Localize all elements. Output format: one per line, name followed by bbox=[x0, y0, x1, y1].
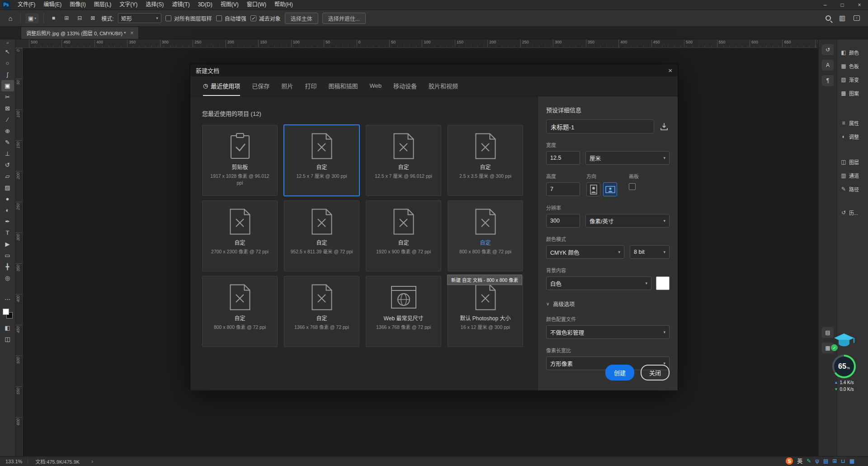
history-brush-tool[interactable]: ↺ bbox=[1, 159, 14, 171]
clone-stamp-tool[interactable]: ⊥ bbox=[1, 148, 14, 159]
dialog-tab[interactable]: ◷ 最近使用项 bbox=[203, 76, 240, 96]
recent-item-card[interactable]: 自定 2.5 x 3.5 厘米 @ 300 ppi bbox=[448, 125, 523, 196]
rectangle-tool[interactable]: ▭ bbox=[1, 250, 14, 261]
panel-channels[interactable]: ▥ 通道 bbox=[837, 169, 868, 182]
eraser-tool[interactable]: ▱ bbox=[1, 171, 14, 182]
advanced-options-toggle[interactable]: ∨ 高级选项 bbox=[546, 300, 670, 308]
sogou-logo-icon[interactable]: S bbox=[786, 457, 793, 465]
menubar-item[interactable]: 窗口(W) bbox=[243, 0, 270, 10]
history-panel-icon[interactable]: ↺ bbox=[822, 44, 834, 55]
optimization-ring[interactable]: 65 % bbox=[832, 355, 856, 378]
menubar-item[interactable]: 滤镜(T) bbox=[168, 0, 193, 10]
toolbar-more-button[interactable]: ⋯ bbox=[1, 294, 14, 305]
recent-item-card[interactable]: 自定 1366 x 768 像素 @ 72 ppi bbox=[284, 276, 359, 347]
options-checkbox[interactable]: ✓ 减去对象 bbox=[250, 14, 281, 22]
selection-mode-icon[interactable]: ⊞ bbox=[62, 14, 71, 23]
save-preset-button[interactable] bbox=[659, 121, 670, 132]
selection-mode-icon[interactable]: ⊟ bbox=[75, 14, 84, 23]
move-tool[interactable]: ↖ bbox=[1, 46, 14, 57]
dialog-tab[interactable]: Web bbox=[369, 76, 382, 96]
quick-mask-button[interactable]: ◧ bbox=[1, 322, 14, 333]
character-panel-icon[interactable]: A bbox=[822, 60, 834, 71]
close-tab-icon[interactable]: × bbox=[130, 30, 133, 36]
options-checkbox[interactable]: 自动增强 bbox=[216, 14, 246, 22]
color-swatches[interactable] bbox=[2, 308, 13, 319]
dialog-tab[interactable]: 移动设备 bbox=[393, 76, 417, 96]
portrait-orientation-button[interactable] bbox=[586, 182, 600, 196]
zoom-level-field[interactable]: 133.1% bbox=[5, 459, 22, 464]
gradient-tool[interactable]: ▨ bbox=[1, 182, 14, 193]
menubar-item[interactable]: 图像(I) bbox=[66, 0, 90, 10]
bit-depth-dropdown[interactable]: 8 bit ▾ bbox=[630, 245, 670, 259]
document-tab[interactable]: 调整后照片.jpg @ 133% (图层 0, CMYK/8#) * × bbox=[21, 27, 139, 39]
recent-item-card[interactable]: Web 最常见尺寸 1366 x 768 像素 @ 72 ppi bbox=[366, 276, 441, 347]
landscape-orientation-button[interactable] bbox=[603, 182, 617, 196]
share-icon[interactable]: ↑ bbox=[854, 15, 860, 21]
recent-item-card[interactable]: 自定 800 x 800 像素 @ 72 ppi bbox=[202, 276, 278, 347]
blur-tool[interactable]: ● bbox=[1, 193, 14, 204]
unit-dropdown[interactable]: 厘米 ▾ bbox=[585, 151, 670, 165]
brush-tool[interactable]: ✎ bbox=[1, 137, 14, 148]
recent-item-card[interactable]: 自定 12.5 x 7 厘米 @ 300 ppi bbox=[284, 125, 359, 196]
options-action-button[interactable]: 选择并遮住... bbox=[322, 13, 366, 24]
width-input[interactable]: 12.5 bbox=[546, 151, 580, 165]
frame-tool[interactable]: ⊠ bbox=[1, 103, 14, 114]
menubar-item[interactable]: 选择(S) bbox=[142, 0, 168, 10]
recent-item-card[interactable]: 自定 952.5 x 811.39 毫米 @ 72 ppi bbox=[284, 200, 359, 271]
recent-item-card[interactable]: 自定 12.5 x 7 厘米 @ 96.012 ppi bbox=[366, 125, 441, 196]
panel-adjustments[interactable]: ◐ 调整 bbox=[837, 130, 868, 143]
menubar-item[interactable]: 视图(V) bbox=[217, 0, 243, 10]
height-input[interactable]: 7 bbox=[546, 182, 580, 196]
object-selection-tool[interactable]: ▣ bbox=[1, 80, 14, 91]
menubar-item[interactable]: 3D(D) bbox=[194, 0, 217, 10]
keyboard-icon[interactable]: ▤ bbox=[823, 458, 828, 464]
mode-dropdown[interactable]: 矩形 ▾ bbox=[118, 13, 161, 23]
zoom-tool[interactable]: ◎ bbox=[1, 272, 14, 284]
workspace-icon[interactable]: ▥ bbox=[837, 14, 847, 22]
type-tool[interactable]: T bbox=[1, 227, 14, 238]
healing-brush-tool[interactable]: ⊕ bbox=[1, 125, 14, 137]
eyedropper-tool[interactable]: ∕ bbox=[1, 114, 14, 125]
panel-layers[interactable]: ◫ 图层 bbox=[837, 155, 868, 169]
menubar-item[interactable]: 编辑(E) bbox=[39, 0, 66, 10]
recent-item-card[interactable]: 自定 1920 x 900 像素 @ 72 ppi bbox=[366, 200, 441, 271]
background-color-swatch[interactable] bbox=[656, 276, 670, 290]
panel-paths[interactable]: ✎ 路径 bbox=[837, 182, 868, 196]
foreground-color-swatch[interactable] bbox=[3, 309, 9, 315]
dialog-close-icon[interactable]: × bbox=[668, 67, 672, 74]
apps-grid-icon[interactable]: ▦ bbox=[849, 458, 854, 464]
panel-patterns[interactable]: ▩ 图案 bbox=[837, 86, 868, 100]
toolbox-icon[interactable]: ⊞ bbox=[832, 458, 837, 464]
handwriting-icon[interactable]: ✎ bbox=[807, 458, 811, 464]
recent-item-card[interactable]: 自定 800 x 800 像素 @ 72 ppi bbox=[448, 200, 523, 271]
marquee-tool[interactable]: ○ bbox=[1, 57, 14, 69]
panel-gradients[interactable]: ▧ 渐变 bbox=[837, 73, 868, 86]
toolbar-expand-icon[interactable]: » bbox=[6, 40, 9, 46]
ime-language-indicator[interactable]: 英 bbox=[797, 457, 802, 465]
recent-item-card[interactable]: 剪贴板 1917 x 1028 像素 @ 96.012 ppi bbox=[202, 125, 278, 196]
search-icon[interactable] bbox=[826, 15, 831, 21]
home-icon[interactable]: ⌂ bbox=[5, 14, 15, 22]
options-checkbox[interactable]: 对所有图层取样 bbox=[165, 14, 212, 22]
maximize-button[interactable]: □ bbox=[834, 0, 851, 10]
resolution-unit-dropdown[interactable]: 像素/英寸 ▾ bbox=[585, 214, 670, 228]
paragraph-panel-icon[interactable]: ¶ bbox=[822, 75, 834, 86]
dodge-tool[interactable]: ◐ bbox=[1, 204, 14, 216]
color-mode-dropdown[interactable]: CMYK 颜色 ▾ bbox=[546, 245, 624, 259]
document-name-field[interactable]: 未标题-1 bbox=[546, 119, 654, 133]
menubar-item[interactable]: 文件(F) bbox=[14, 0, 39, 10]
minimize-button[interactable]: – bbox=[816, 0, 834, 10]
panel-swatches[interactable]: ▦ 色板 bbox=[837, 59, 868, 73]
microphone-icon[interactable]: ψ bbox=[815, 458, 819, 464]
menubar-item[interactable]: 图层(L) bbox=[90, 0, 116, 10]
close-button[interactable]: 关闭 bbox=[641, 365, 670, 380]
background-dropdown[interactable]: 白色 ▾ bbox=[546, 276, 651, 290]
color-profile-dropdown[interactable]: 不做色彩管理 ▾ bbox=[546, 325, 670, 339]
artboard-checkbox[interactable] bbox=[629, 183, 636, 190]
tool-preset-button[interactable]: ▣ ▾ bbox=[26, 14, 38, 23]
panel-color[interactable]: ◧ 颜色 bbox=[837, 46, 868, 59]
dialog-tab[interactable]: 胶片和视频 bbox=[429, 76, 458, 96]
lasso-tool[interactable]: ʃ bbox=[1, 69, 14, 80]
status-expand-icon[interactable]: › bbox=[91, 458, 93, 465]
screen-mode-button[interactable]: ◫ bbox=[1, 333, 14, 345]
